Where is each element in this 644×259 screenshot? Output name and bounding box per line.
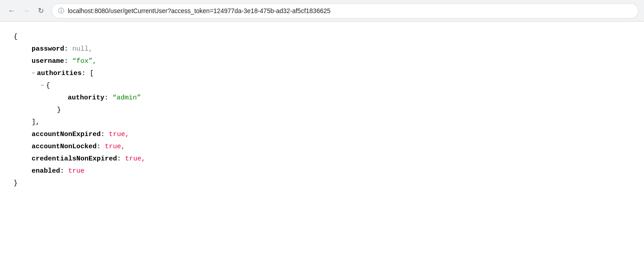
json-enabled-line: enabled: true xyxy=(32,165,630,177)
json-authorities-item-line: − { xyxy=(41,80,630,92)
json-username-key: username xyxy=(32,55,64,67)
json-credentialsNonExpired-line: credentialsNonExpired: true, xyxy=(32,153,630,165)
json-content: { password: null, username: “fox”, − aut… xyxy=(0,22,644,198)
json-password-key: password xyxy=(32,43,64,55)
json-accountNonLocked-line: accountNonLocked: true, xyxy=(32,141,630,153)
json-accountNonLocked-key: accountNonLocked xyxy=(32,141,97,153)
json-accountNonExpired-line: accountNonExpired: true, xyxy=(32,128,630,141)
nav-buttons: ← → ↻ xyxy=(5,5,47,17)
json-close-brace: } xyxy=(14,177,630,189)
address-bar[interactable]: ⓘ localhost:8080/user/getCurrentUser?acc… xyxy=(51,3,639,19)
browser-bar: ← → ↻ ⓘ localhost:8080/user/getCurrentUs… xyxy=(0,0,644,22)
authorities-collapse[interactable]: − xyxy=(32,68,35,79)
json-enabled-key: enabled xyxy=(32,165,60,177)
json-open-brace: { xyxy=(14,31,630,43)
json-username-value: “fox”, xyxy=(72,55,97,67)
authority-item-collapse[interactable]: − xyxy=(41,80,44,91)
reload-button[interactable]: ↻ xyxy=(34,5,47,17)
json-accountNonExpired-key: accountNonExpired xyxy=(32,128,101,141)
lock-icon: ⓘ xyxy=(58,7,64,15)
json-authorities-key: authorities xyxy=(37,67,82,80)
url-text: localhost:8080/user/getCurrentUser?acces… xyxy=(68,7,331,14)
json-password-line: password: null, xyxy=(32,43,630,55)
json-authority-line: authority: “admin” xyxy=(68,92,630,104)
json-authorities-close-bracket: ], xyxy=(32,116,630,128)
back-button[interactable]: ← xyxy=(5,5,18,17)
json-password-value: null, xyxy=(72,43,93,55)
json-authority-key: authority xyxy=(68,92,104,104)
json-username-line: username: “fox”, xyxy=(32,55,630,67)
json-credentialsNonExpired-key: credentialsNonExpired xyxy=(32,153,117,165)
json-authorities-line: − authorities: [ xyxy=(32,67,630,80)
json-accountNonExpired-value: true, xyxy=(109,128,129,141)
json-authority-value: “admin” xyxy=(112,92,141,104)
json-accountNonLocked-value: true, xyxy=(105,141,125,153)
json-credentialsNonExpired-value: true, xyxy=(125,153,145,165)
json-authority-close-brace: } xyxy=(41,104,630,116)
json-enabled-value: true xyxy=(68,165,84,177)
forward-button[interactable]: → xyxy=(20,5,33,17)
